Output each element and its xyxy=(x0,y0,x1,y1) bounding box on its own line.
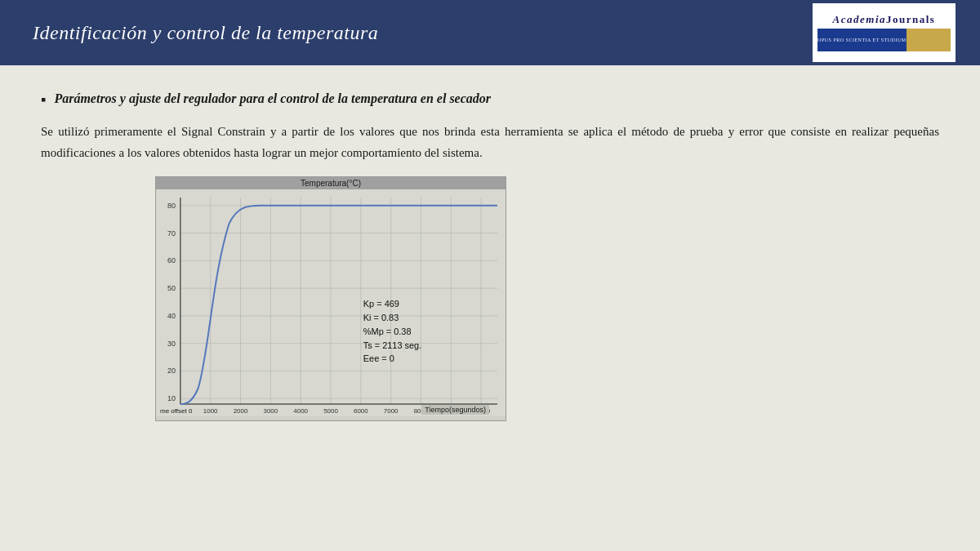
logo-container: AcademiaJournals OPUS PRO SCIENTIA ET ST… xyxy=(813,3,956,62)
chart-x-offset: me offset 0 xyxy=(160,407,192,415)
chart-x-label: Tiempo(segundos) xyxy=(421,405,489,415)
logo-blue-section: OPUS PRO SCIENTIA ET STUDIUM xyxy=(817,29,906,51)
content-area: ▪ Parámetros y ajuste del regulador para… xyxy=(0,65,980,551)
slide-header: Identificación y control de la temperatu… xyxy=(0,0,980,65)
svg-text:80: 80 xyxy=(167,202,176,210)
logo-text: AcademiaJournals xyxy=(833,14,936,25)
svg-text:2000: 2000 xyxy=(234,407,248,415)
svg-text:Kp = 469: Kp = 469 xyxy=(363,299,399,309)
slide-title: Identificación y control de la temperatu… xyxy=(33,22,378,44)
svg-text:30: 30 xyxy=(167,340,176,348)
svg-text:7000: 7000 xyxy=(384,407,399,415)
chart-title: Temperatura(°C) xyxy=(156,177,506,189)
svg-text:20: 20 xyxy=(167,367,176,375)
chart-inner: 80 70 60 50 40 30 20 10 1000 2000 3000 4… xyxy=(156,189,506,416)
slide-container: Identificación y control de la temperatu… xyxy=(0,0,980,551)
svg-text:6000: 6000 xyxy=(354,407,368,415)
svg-text:%Mp = 0.38: %Mp = 0.38 xyxy=(363,327,412,336)
chart-container: Temperatura(°C) xyxy=(155,176,506,421)
svg-text:4000: 4000 xyxy=(293,407,308,415)
svg-text:5000: 5000 xyxy=(323,407,338,415)
svg-text:Eee = 0: Eee = 0 xyxy=(363,353,394,363)
chart-svg: 80 70 60 50 40 30 20 10 1000 2000 3000 4… xyxy=(156,189,506,416)
svg-text:60: 60 xyxy=(167,256,176,264)
svg-text:40: 40 xyxy=(167,312,176,320)
logo-gold-section xyxy=(906,29,951,51)
svg-text:Ki = 0.83: Ki = 0.83 xyxy=(363,313,399,322)
bullet-text: Parámetros y ajuste del regulador para e… xyxy=(54,90,491,108)
logo-bottom: OPUS PRO SCIENTIA ET STUDIUM xyxy=(817,29,951,51)
body-paragraph: Se utilizó primeramente el Signal Constr… xyxy=(41,122,939,163)
svg-text:1000: 1000 xyxy=(203,407,218,415)
svg-text:50: 50 xyxy=(167,284,176,292)
bullet-section: ▪ Parámetros y ajuste del regulador para… xyxy=(41,90,939,109)
bullet-symbol: ▪ xyxy=(41,91,46,109)
svg-text:10: 10 xyxy=(167,394,176,402)
svg-text:70: 70 xyxy=(167,229,176,238)
logo-tagline: OPUS PRO SCIENTIA ET STUDIUM xyxy=(817,38,906,42)
svg-text:Ts = 2113 seg.: Ts = 2113 seg. xyxy=(363,340,421,350)
svg-text:3000: 3000 xyxy=(263,407,278,415)
chart-wrapper: Temperatura(°C) xyxy=(41,176,939,421)
